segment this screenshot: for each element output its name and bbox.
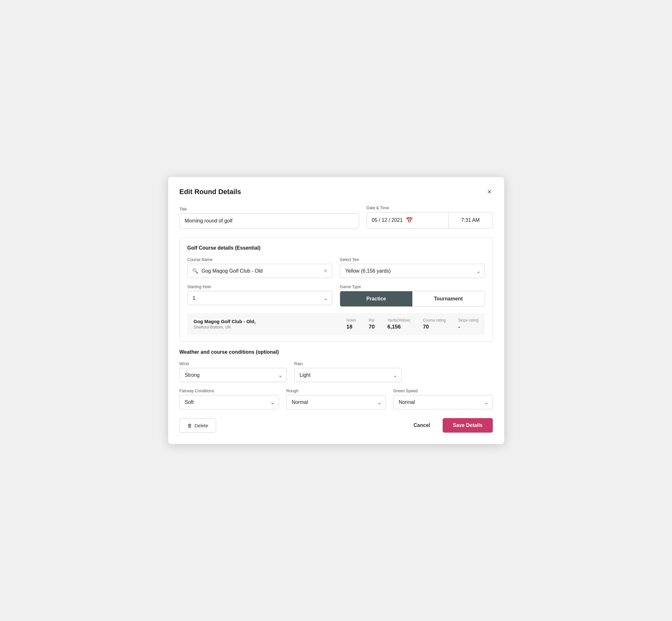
green-speed-select-wrap: SlowNormal FastVery Fast ⌄ [393, 395, 493, 409]
wind-select-wrap: CalmLightModerate StrongVery Strong ⌄ [179, 368, 287, 382]
conditions-title: Weather and course conditions (optional) [179, 349, 493, 355]
date-input[interactable]: 05 / 12 / 2021 📅 [367, 212, 449, 229]
time-value: 7:31 AM [461, 217, 480, 223]
calendar-icon: 📅 [406, 217, 413, 224]
starting-hole-game-type-row: Starting Hole 1234 5678 910 ⌄ Game Type … [187, 284, 485, 307]
datetime-inputs: 05 / 12 / 2021 📅 7:31 AM [367, 212, 493, 229]
yards-stat: Yards(Yellow) 6,156 [387, 318, 411, 330]
practice-button[interactable]: Practice [340, 291, 412, 306]
delete-label: Delete [195, 423, 208, 428]
fairway-dropdown[interactable]: DryNormal SoftWet [179, 395, 279, 409]
title-label: Title [179, 207, 359, 211]
slope-rating-label: Slope rating [458, 318, 478, 323]
select-tee-group: Select Tee Yellow (6,156 yards) White (6… [340, 257, 485, 278]
course-info-name: Gog Magog Golf Club - Old, Shelford Bott… [194, 319, 334, 329]
course-rating-stat: Course rating 70 [423, 318, 446, 330]
close-button[interactable]: × [486, 187, 493, 197]
rough-select-wrap: ShortNormal LongVery Long ⌄ [287, 395, 386, 409]
modal-header: Edit Round Details × [179, 187, 493, 197]
game-type-group: Game Type Practice Tournament [340, 284, 485, 307]
title-input[interactable] [179, 213, 359, 229]
course-name-input[interactable] [202, 268, 321, 274]
select-tee-label: Select Tee [340, 257, 485, 262]
par-label: Par [369, 318, 375, 323]
rain-dropdown[interactable]: NoneLight ModerateHeavy [294, 368, 402, 382]
wind-rain-row: Wind CalmLightModerate StrongVery Strong… [179, 361, 493, 382]
rain-label: Rain [294, 361, 402, 366]
game-type-label: Game Type [340, 284, 485, 289]
tournament-button[interactable]: Tournament [412, 291, 485, 306]
course-name-group: Course Name 🔍 ✕ [187, 257, 333, 278]
fairway-label: Fairway Conditions [179, 388, 279, 393]
time-input[interactable]: 7:31 AM [449, 212, 493, 229]
fairway-group: Fairway Conditions DryNormal SoftWet ⌄ [179, 388, 279, 409]
holes-value: 18 [346, 324, 352, 330]
search-icon: 🔍 [192, 268, 199, 274]
holes-stat: Holes 18 [346, 318, 356, 330]
clear-course-icon[interactable]: ✕ [323, 268, 328, 274]
yards-value: 6,156 [387, 324, 401, 330]
course-name-label: Course Name [187, 257, 333, 262]
course-location: Shelford Bottom, UK [194, 325, 334, 329]
delete-button[interactable]: 🗑 Delete [179, 418, 216, 432]
datetime-field-group: Date & Time 05 / 12 / 2021 📅 7:31 AM [367, 205, 493, 229]
wind-group: Wind CalmLightModerate StrongVery Strong… [179, 361, 287, 382]
weather-section: Weather and course conditions (optional)… [179, 349, 493, 409]
rain-group: Rain NoneLight ModerateHeavy ⌄ [294, 361, 402, 382]
rough-group: Rough ShortNormal LongVery Long ⌄ [287, 388, 386, 409]
wind-dropdown[interactable]: CalmLightModerate StrongVery Strong [179, 368, 287, 382]
course-rating-label: Course rating [423, 318, 446, 323]
course-name-input-wrap[interactable]: 🔍 ✕ [187, 264, 333, 278]
par-value: 70 [369, 324, 375, 330]
select-tee-dropdown[interactable]: Yellow (6,156 yards) White (6,500 yards)… [340, 264, 485, 278]
cancel-button[interactable]: Cancel [409, 419, 435, 432]
save-button[interactable]: Save Details [443, 418, 493, 432]
game-type-toggle: Practice Tournament [340, 291, 485, 307]
modal-title: Edit Round Details [179, 188, 241, 196]
starting-hole-wrap: 1234 5678 910 ⌄ [187, 291, 333, 305]
golf-course-title: Golf Course details (Essential) [187, 245, 485, 251]
green-speed-dropdown[interactable]: SlowNormal FastVery Fast [393, 395, 493, 409]
edit-round-modal: Edit Round Details × Title Date & Time 0… [168, 177, 504, 444]
yards-label: Yards(Yellow) [387, 318, 411, 323]
title-datetime-row: Title Date & Time 05 / 12 / 2021 📅 7:31 … [179, 205, 493, 229]
rough-dropdown[interactable]: ShortNormal LongVery Long [287, 395, 386, 409]
fairway-rough-green-row: Fairway Conditions DryNormal SoftWet ⌄ R… [179, 388, 493, 409]
rough-label: Rough [287, 388, 386, 393]
green-speed-group: Green Speed SlowNormal FastVery Fast ⌄ [393, 388, 493, 409]
wind-label: Wind [179, 361, 287, 366]
date-value: 05 / 12 / 2021 [372, 217, 403, 223]
course-name-tee-row: Course Name 🔍 ✕ Select Tee Yellow (6,156… [187, 257, 485, 278]
starting-hole-dropdown[interactable]: 1234 5678 910 [187, 291, 333, 305]
trash-icon: 🗑 [187, 423, 192, 428]
slope-rating-value: - [458, 324, 460, 330]
course-name-display: Gog Magog Golf Club - Old, [194, 319, 334, 324]
golf-course-section: Golf Course details (Essential) Course N… [179, 237, 493, 342]
holes-label: Holes [346, 318, 356, 323]
course-rating-value: 70 [423, 324, 429, 330]
starting-hole-group: Starting Hole 1234 5678 910 ⌄ [187, 284, 333, 307]
par-stat: Par 70 [369, 318, 375, 330]
footer-right: Cancel Save Details [409, 418, 493, 432]
green-speed-label: Green Speed [393, 388, 493, 393]
course-info-row: Gog Magog Golf Club - Old, Shelford Bott… [187, 313, 485, 335]
fairway-select-wrap: DryNormal SoftWet ⌄ [179, 395, 279, 409]
rain-select-wrap: NoneLight ModerateHeavy ⌄ [294, 368, 402, 382]
starting-hole-label: Starting Hole [187, 284, 333, 289]
select-tee-wrap: Yellow (6,156 yards) White (6,500 yards)… [340, 264, 485, 278]
slope-rating-stat: Slope rating - [458, 318, 478, 330]
datetime-label: Date & Time [367, 205, 493, 210]
footer-row: 🗑 Delete Cancel Save Details [179, 418, 493, 432]
title-field-group: Title [179, 207, 359, 229]
